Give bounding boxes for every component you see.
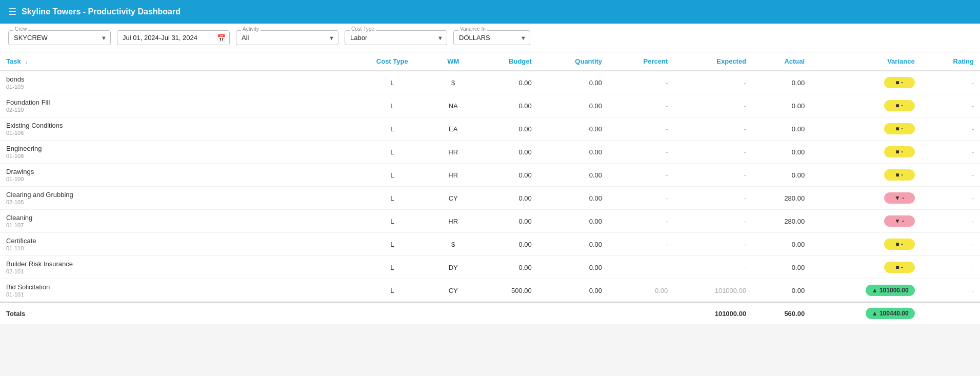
task-code: 02-110	[6, 107, 347, 113]
expected-cell: -	[674, 233, 752, 256]
task-code: 02-105	[6, 199, 347, 205]
percent-cell: -	[608, 141, 674, 164]
date-filter: Jul 01, 2024-Jul 31, 2024 📅	[117, 30, 230, 45]
wm-cell: DY	[432, 256, 475, 279]
percent-cell: -	[608, 233, 674, 256]
sort-icon: ↓	[25, 58, 28, 65]
cost-type-cell: L	[353, 94, 432, 117]
quantity-cell: 0.00	[538, 94, 608, 117]
expected-cell: 101000.00	[674, 279, 752, 303]
quantity-cell: 0.00	[538, 279, 608, 303]
table-row: Cleaning 01-107 L HR 0.00 0.00 - - 280.0…	[0, 210, 980, 233]
wm-cell: HR	[432, 141, 475, 164]
actual-cell: 0.00	[752, 117, 811, 141]
budget-cell: 0.00	[475, 210, 538, 233]
date-select[interactable]: Jul 01, 2024-Jul 31, 2024	[117, 30, 230, 45]
cost-type-cell: L	[353, 279, 432, 303]
task-name: Cleaning	[6, 214, 347, 222]
actual-cell: 0.00	[752, 141, 811, 164]
table-row: Drawings 01-100 L HR 0.00 0.00 - - 0.00 …	[0, 164, 980, 187]
wm-cell: EA	[432, 117, 475, 141]
task-cell: Drawings 01-100	[0, 164, 353, 187]
col-expected: Expected	[674, 52, 752, 71]
percent-cell: -	[608, 187, 674, 210]
menu-icon[interactable]: ☰	[8, 6, 16, 17]
rating-cell: -	[921, 210, 980, 233]
variance-badge: ■ -	[884, 100, 915, 111]
cost-type-cell: L	[353, 210, 432, 233]
cost-type-cell: L	[353, 256, 432, 279]
variance-cell: ■ -	[811, 164, 921, 187]
quantity-cell: 0.00	[538, 187, 608, 210]
task-cell: Foundation Fill 02-110	[0, 94, 353, 117]
task-name: Clearing and Grubbing	[6, 191, 347, 199]
rating-cell: -	[921, 164, 980, 187]
page-title: Skyline Towers - Productivity Dashboard	[22, 7, 181, 16]
activity-label: Activity	[241, 26, 261, 32]
task-name: Foundation Fill	[6, 98, 347, 106]
col-task[interactable]: Task ↓	[0, 52, 353, 71]
expected-cell: -	[674, 187, 752, 210]
task-name: Bid Solicitation	[6, 283, 347, 291]
table-header-row: Task ↓ Cost Type WM Budget Quantity Perc…	[0, 52, 980, 71]
task-code: 01-108	[6, 153, 347, 159]
col-variance: Variance	[811, 52, 921, 71]
task-cell: bonds 01-109	[0, 71, 353, 94]
quantity-cell: 0.00	[538, 117, 608, 141]
task-name: Existing Conditions	[6, 122, 347, 129]
quantity-cell: 0.00	[538, 256, 608, 279]
rating-cell: -	[921, 233, 980, 256]
table-row: Bid Solicitation 01-101 L CY 500.00 0.00…	[0, 279, 980, 303]
task-code: 01-107	[6, 222, 347, 228]
col-actual: Actual	[752, 52, 811, 71]
cost-type-filter: Cost Type Labor ▼	[345, 30, 447, 45]
percent-cell: 0.00	[608, 279, 674, 303]
cost-type-select[interactable]: Labor	[345, 30, 447, 45]
variance-select[interactable]: DOLLARS	[453, 30, 530, 45]
variance-cell: ■ -	[811, 233, 921, 256]
activity-filter: Activity All ▼	[236, 30, 338, 45]
variance-badge: ▲ 101000.00	[866, 285, 915, 296]
col-cost-type: Cost Type	[353, 52, 432, 71]
totals-row: Totals 101000.00 560.00 ▲ 100440.00	[0, 302, 980, 324]
expected-cell: -	[674, 117, 752, 141]
percent-cell: -	[608, 71, 674, 94]
variance-cell: ▼ -	[811, 187, 921, 210]
actual-cell: 0.00	[752, 279, 811, 303]
variance-badge: ■ -	[884, 262, 915, 273]
budget-cell: 0.00	[475, 233, 538, 256]
wm-cell: $	[432, 233, 475, 256]
actual-cell: 280.00	[752, 187, 811, 210]
totals-variance-badge: ▲ 100440.00	[866, 308, 915, 319]
percent-cell: -	[608, 117, 674, 141]
task-cell: Builder Risk Insurance 02-101	[0, 256, 353, 279]
task-name: Engineering	[6, 145, 347, 152]
wm-cell: CY	[432, 187, 475, 210]
table-row: bonds 01-109 L $ 0.00 0.00 - - 0.00 ■ - …	[0, 71, 980, 94]
quantity-cell: 0.00	[538, 233, 608, 256]
cost-type-label: Cost Type	[350, 26, 376, 32]
variance-badge: ▼ -	[884, 215, 915, 227]
wm-cell: HR	[432, 210, 475, 233]
cost-type-cell: L	[353, 233, 432, 256]
task-code: 02-101	[6, 268, 347, 274]
activity-select[interactable]: All	[236, 30, 338, 45]
percent-cell: -	[608, 164, 674, 187]
rating-cell: -	[921, 117, 980, 141]
task-cell: Cleaning 01-107	[0, 210, 353, 233]
task-code: 01-101	[6, 291, 347, 298]
quantity-cell: 0.00	[538, 164, 608, 187]
expected-cell: -	[674, 164, 752, 187]
wm-cell: HR	[432, 164, 475, 187]
variance-badge: ■ -	[884, 123, 915, 134]
crew-select[interactable]: SKYCREW	[8, 30, 111, 45]
task-code: 01-109	[6, 84, 347, 90]
filters-bar: Crew SKYCREW ▼ Jul 01, 2024-Jul 31, 2024…	[0, 24, 980, 52]
actual-cell: 280.00	[752, 210, 811, 233]
crew-filter: Crew SKYCREW ▼	[8, 30, 111, 45]
task-cell: Certificate 01-110	[0, 233, 353, 256]
percent-cell: -	[608, 256, 674, 279]
rating-cell: -	[921, 256, 980, 279]
table-row: Certificate 01-110 L $ 0.00 0.00 - - 0.0…	[0, 233, 980, 256]
variance-badge: ■ -	[884, 169, 915, 181]
